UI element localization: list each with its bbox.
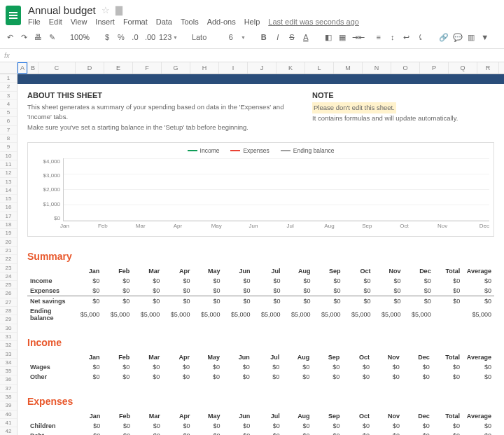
cell[interactable]: $0 [463, 286, 494, 296]
cell[interactable]: $0 [162, 286, 192, 296]
cell[interactable]: $5,000 [253, 306, 283, 323]
cell[interactable]: $0 [72, 276, 102, 286]
cell[interactable]: $0 [314, 296, 344, 306]
row-header-6[interactable]: 6 [0, 117, 17, 125]
cell[interactable]: $0 [253, 296, 283, 306]
col-header-B[interactable]: B [28, 62, 38, 74]
cell[interactable]: $0 [434, 286, 463, 296]
col-header-A[interactable]: A [18, 62, 28, 74]
cell[interactable]: $5,000 [283, 306, 313, 323]
cell[interactable]: $5,000 [314, 306, 344, 323]
row-header-27[interactable]: 27 [0, 298, 17, 307]
row-header-8[interactable]: 8 [0, 134, 17, 143]
cell[interactable]: $0 [344, 296, 374, 306]
merge-cells-icon[interactable]: ⇥⇤ [352, 33, 360, 42]
currency-icon[interactable]: $ [103, 33, 111, 41]
row-header-30[interactable]: 30 [0, 324, 17, 333]
cell[interactable]: $0 [402, 421, 433, 431]
cell[interactable]: $5,000 [223, 306, 253, 323]
col-header-G[interactable]: G [162, 62, 190, 74]
cell[interactable]: $0 [433, 421, 463, 431]
folder-icon[interactable]: ▇ [115, 5, 122, 15]
row-header-21[interactable]: 21 [0, 247, 17, 255]
cell[interactable]: $0 [162, 372, 192, 382]
cell[interactable]: $0 [404, 286, 434, 296]
cell[interactable]: $0 [463, 296, 494, 306]
cell[interactable]: $0 [192, 296, 223, 306]
row-header-16[interactable]: 16 [0, 203, 17, 212]
cell[interactable]: $0 [103, 421, 133, 431]
cell[interactable]: $0 [283, 276, 313, 286]
cell[interactable]: $0 [193, 421, 223, 431]
increase-decimal-icon[interactable]: .00 [145, 33, 153, 41]
cell[interactable]: $0 [132, 296, 162, 306]
formula-bar[interactable]: fx [0, 49, 504, 62]
undo-icon[interactable]: ↶ [6, 33, 14, 42]
cell[interactable]: $0 [372, 431, 402, 435]
doc-title[interactable]: Annual budget [28, 4, 96, 16]
col-header-C[interactable]: C [38, 62, 76, 74]
cell[interactable]: $0 [102, 286, 132, 296]
more-formats-select[interactable]: 123 [159, 33, 167, 41]
cell[interactable]: $0 [433, 431, 463, 435]
cell[interactable]: $0 [72, 286, 102, 296]
cell[interactable]: $0 [342, 421, 372, 431]
cell[interactable]: $0 [103, 431, 133, 435]
cell[interactable]: $0 [253, 421, 282, 431]
cell[interactable]: $0 [223, 276, 253, 286]
menu-edit[interactable]: Edit [49, 18, 62, 26]
col-header-F[interactable]: F [133, 62, 162, 74]
row-header-14[interactable]: 14 [0, 186, 17, 195]
row-header-33[interactable]: 33 [0, 350, 17, 359]
cell[interactable]: $0 [73, 362, 103, 372]
cell[interactable] [434, 306, 463, 323]
menu-insert[interactable]: Insert [95, 18, 115, 26]
cell[interactable]: $0 [372, 372, 402, 382]
cell[interactable]: $0 [433, 362, 463, 372]
strike-icon[interactable]: S [288, 33, 296, 41]
cell[interactable]: $0 [283, 431, 313, 435]
cell[interactable]: $0 [402, 362, 433, 372]
cell[interactable]: $0 [342, 362, 372, 372]
insert-link-icon[interactable]: 🔗 [439, 33, 447, 42]
font-family-select[interactable]: Lato [192, 33, 200, 41]
cell[interactable]: $0 [253, 362, 283, 372]
cell[interactable]: $0 [223, 372, 253, 382]
bold-icon[interactable]: B [260, 33, 268, 41]
cell[interactable]: $0 [342, 372, 372, 382]
cell[interactable]: $0 [162, 276, 192, 286]
cell[interactable]: $0 [313, 431, 343, 435]
cell[interactable]: $0 [312, 362, 342, 372]
col-header-H[interactable]: H [190, 62, 219, 74]
row-header-15[interactable]: 15 [0, 195, 17, 203]
row-header-4[interactable]: 4 [0, 100, 17, 109]
menu-addons[interactable]: Add-ons [207, 18, 236, 26]
menu-help[interactable]: Help [244, 18, 260, 26]
cell[interactable]: $0 [102, 296, 132, 306]
row-header-19[interactable]: 19 [0, 229, 17, 237]
sheets-logo-icon[interactable] [6, 6, 21, 25]
cell[interactable]: $0 [434, 296, 463, 306]
insert-chart-icon[interactable]: ▥ [467, 33, 475, 42]
cell[interactable]: $0 [103, 362, 133, 372]
row-header-23[interactable]: 23 [0, 264, 17, 272]
cell[interactable]: $0 [282, 362, 312, 372]
cell[interactable]: $0 [193, 431, 223, 435]
insert-comment-icon[interactable]: 💬 [453, 33, 461, 42]
cell[interactable]: $0 [283, 286, 313, 296]
row-header-1[interactable]: 1 [0, 74, 17, 83]
v-align-icon[interactable]: ↕ [388, 33, 397, 41]
row-header-39[interactable]: 39 [0, 401, 17, 410]
cell[interactable]: $0 [314, 286, 344, 296]
cell[interactable]: $0 [463, 362, 494, 372]
cell[interactable]: $0 [162, 296, 192, 306]
decrease-decimal-icon[interactable]: .0 [131, 33, 139, 41]
cell[interactable]: $0 [132, 276, 162, 286]
cell[interactable]: $0 [463, 372, 494, 382]
cell[interactable]: $0 [73, 372, 103, 382]
cell[interactable]: $0 [223, 296, 253, 306]
cell[interactable]: $0 [463, 421, 494, 431]
row-header-26[interactable]: 26 [0, 289, 17, 298]
row-header-40[interactable]: 40 [0, 410, 17, 419]
star-icon[interactable]: ☆ [102, 5, 110, 15]
